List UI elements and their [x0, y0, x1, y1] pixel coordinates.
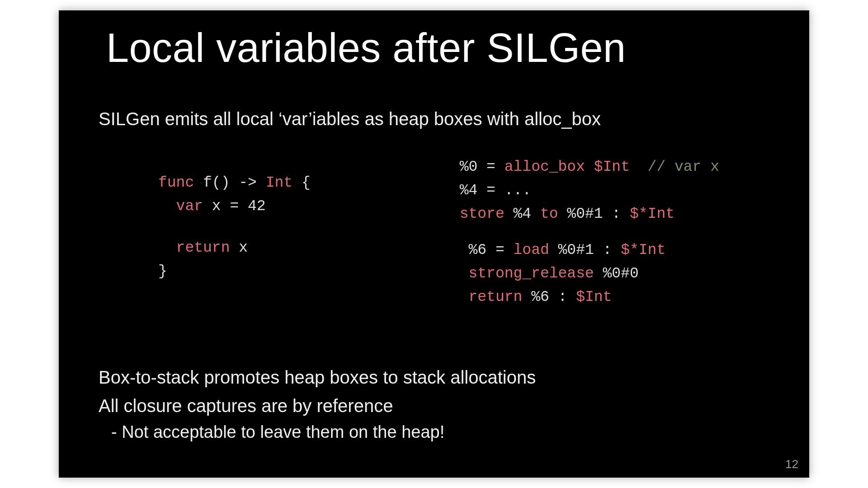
txt: } [158, 263, 167, 280]
ty-int: $Int [594, 159, 630, 175]
txt: %4 = ... [460, 182, 531, 199]
txt: x [230, 239, 248, 256]
bottom-line-1: Box-to-stack promotes heap boxes to stac… [99, 367, 536, 388]
bottom-text: Box-to-stack promotes heap boxes to stac… [99, 367, 536, 442]
bottom-bullet: Not acceptable to leave them on the heap… [99, 422, 536, 442]
ty-int: $Int [576, 289, 612, 305]
txt: %0#1 : [549, 242, 621, 258]
txt: { [292, 174, 311, 191]
page-number: 12 [785, 457, 798, 471]
txt: f() -> [194, 174, 265, 191]
code-sil: %0 = alloc_box $Int // var x %4 = ... st… [460, 155, 719, 309]
txt: %0 = [460, 159, 505, 175]
bottom-line-2: All closure captures are by reference [99, 396, 536, 416]
code-columns: func f() -> Int { var x = 42 return x } … [158, 171, 719, 309]
slide: Local variables after SILGen SILGen emit… [59, 10, 809, 478]
code-swift: func f() -> Int { var x = 42 return x } [158, 171, 311, 309]
kw-strong-release: strong_release [469, 265, 594, 282]
txt: %6 : [522, 289, 576, 305]
ty-star-int: $*Int [621, 242, 665, 258]
kw-return: return [176, 239, 230, 256]
kw-store: store [460, 206, 505, 222]
slide-intro: SILGen emits all local ‘var’iables as he… [99, 109, 601, 129]
kw-to: to [540, 206, 558, 222]
kw-load: load [514, 242, 549, 258]
txt: %0#0 [594, 265, 639, 282]
kw-func: func [158, 174, 194, 191]
ty-star-int: $*Int [630, 206, 675, 222]
txt: x = 42 [203, 198, 266, 215]
txt: %0#1 : [558, 206, 630, 222]
txt [585, 159, 594, 175]
kw-return: return [469, 289, 523, 305]
txt [630, 159, 648, 175]
txt: %4 [505, 206, 540, 222]
kw-var: var [176, 198, 203, 215]
txt: %6 = [469, 242, 514, 258]
slide-title: Local variables after SILGen [106, 25, 626, 71]
kw-alloc-box: alloc_box [505, 159, 585, 175]
comment: // var x [648, 159, 719, 175]
ty-int: Int [266, 174, 292, 191]
